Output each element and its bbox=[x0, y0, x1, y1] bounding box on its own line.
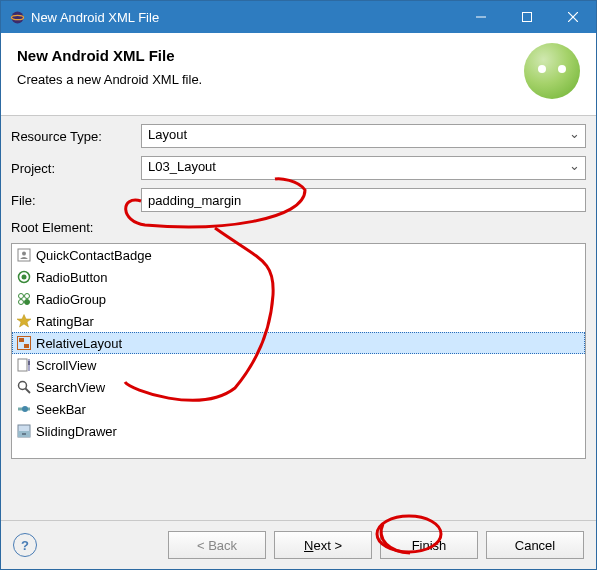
root-element-label: Root Element: bbox=[11, 220, 141, 235]
radio-button-icon bbox=[16, 269, 32, 285]
finish-button[interactable]: Finish bbox=[380, 531, 478, 559]
header-subtitle: Creates a new Android XML file. bbox=[17, 72, 514, 87]
svg-point-21 bbox=[19, 382, 27, 390]
resource-type-select[interactable]: Layout bbox=[141, 124, 586, 148]
titlebar: New Android XML File bbox=[1, 1, 596, 33]
list-item-label: SlidingDrawer bbox=[36, 424, 117, 439]
list-item-label: RatingBar bbox=[36, 314, 94, 329]
list-item-label: ScrollView bbox=[36, 358, 96, 373]
help-button[interactable]: ? bbox=[13, 533, 37, 557]
svg-rect-3 bbox=[523, 13, 532, 22]
list-item[interactable]: RelativeLayout bbox=[12, 332, 585, 354]
svg-rect-17 bbox=[24, 344, 29, 348]
list-item-label: RadioGroup bbox=[36, 292, 106, 307]
back-button[interactable]: < Back bbox=[168, 531, 266, 559]
svg-rect-16 bbox=[19, 338, 24, 342]
titlebar-title: New Android XML File bbox=[31, 10, 458, 25]
file-input[interactable] bbox=[141, 188, 586, 212]
list-item[interactable]: RatingBar bbox=[12, 310, 585, 332]
list-item-label: QuickContactBadge bbox=[36, 248, 152, 263]
minimize-button[interactable] bbox=[458, 1, 504, 33]
svg-marker-14 bbox=[17, 315, 31, 328]
svg-point-9 bbox=[22, 275, 27, 280]
cancel-button[interactable]: Cancel bbox=[486, 531, 584, 559]
dialog-window: New Android XML File New Android XML Fil… bbox=[0, 0, 597, 570]
list-item-label: SeekBar bbox=[36, 402, 86, 417]
radio-group-icon bbox=[16, 291, 32, 307]
sliding-drawer-icon bbox=[16, 423, 32, 439]
svg-point-12 bbox=[19, 300, 24, 305]
list-item-label: RelativeLayout bbox=[36, 336, 122, 351]
list-item[interactable]: ScrollView bbox=[12, 354, 585, 376]
search-icon bbox=[16, 379, 32, 395]
svg-rect-18 bbox=[18, 359, 27, 371]
svg-point-24 bbox=[22, 406, 28, 412]
svg-line-22 bbox=[26, 389, 31, 394]
svg-rect-20 bbox=[28, 361, 30, 365]
form-area: Resource Type: Layout Project: L03_Layou… bbox=[1, 116, 596, 243]
list-item[interactable]: RadioGroup bbox=[12, 288, 585, 310]
svg-point-7 bbox=[22, 252, 26, 256]
root-element-listbox[interactable]: QuickContactBadgeRadioButtonRadioGroupRa… bbox=[11, 243, 586, 459]
project-label: Project: bbox=[11, 161, 141, 176]
seekbar-icon bbox=[16, 401, 32, 417]
svg-point-0 bbox=[11, 11, 23, 23]
dialog-header: New Android XML File Creates a new Andro… bbox=[1, 33, 596, 116]
next-button[interactable]: Next > bbox=[274, 531, 372, 559]
svg-point-13 bbox=[25, 300, 30, 305]
button-bar: ? < Back Next > Finish Cancel bbox=[1, 520, 596, 569]
contact-badge-icon bbox=[16, 247, 32, 263]
relative-layout-icon bbox=[16, 335, 32, 351]
file-label: File: bbox=[11, 193, 141, 208]
list-item-label: SearchView bbox=[36, 380, 105, 395]
android-icon bbox=[524, 43, 580, 99]
eclipse-icon bbox=[9, 9, 25, 25]
svg-point-10 bbox=[19, 294, 24, 299]
svg-point-11 bbox=[25, 294, 30, 299]
header-title: New Android XML File bbox=[17, 47, 514, 64]
maximize-button[interactable] bbox=[504, 1, 550, 33]
list-item[interactable]: SlidingDrawer bbox=[12, 420, 585, 442]
project-select[interactable]: L03_Layout bbox=[141, 156, 586, 180]
rating-star-icon bbox=[16, 313, 32, 329]
list-item-label: RadioButton bbox=[36, 270, 108, 285]
scroll-view-icon bbox=[16, 357, 32, 373]
resource-type-label: Resource Type: bbox=[11, 129, 141, 144]
list-item[interactable]: SeekBar bbox=[12, 398, 585, 420]
list-item[interactable]: SearchView bbox=[12, 376, 585, 398]
list-item[interactable]: QuickContactBadge bbox=[12, 244, 585, 266]
list-item[interactable]: RadioButton bbox=[12, 266, 585, 288]
close-button[interactable] bbox=[550, 1, 596, 33]
